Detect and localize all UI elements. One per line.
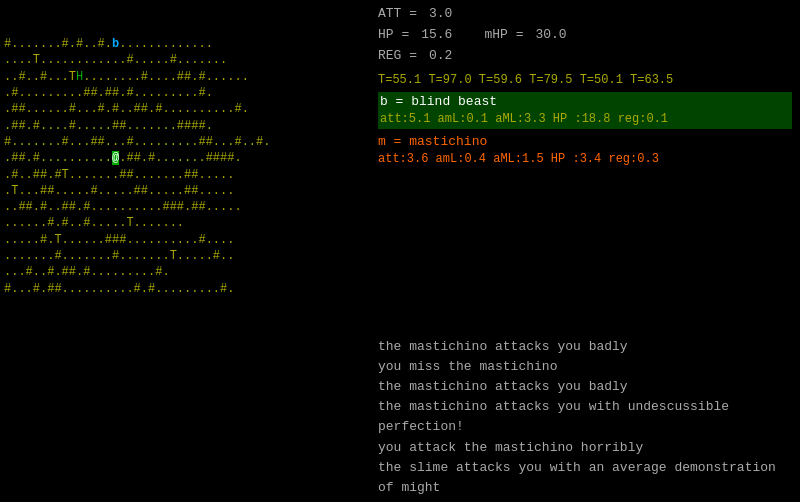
right-panel: ATT = 3.0 HP = 15.6 mHP = 30.0 REG = 0.2… (370, 0, 800, 502)
turn-text: T=55.1 T=97.0 T=59.6 T=79.5 T=50.1 T=63.… (378, 73, 673, 87)
hp-label: HP = (378, 25, 409, 46)
reg-value: 0.2 (429, 46, 452, 67)
map-panel: #.......#.#..#.b............. ....T.....… (0, 0, 370, 502)
turn-row: T=55.1 T=97.0 T=59.6 T=79.5 T=50.1 T=63.… (378, 72, 792, 89)
log-line-3: the mastichino attacks you with undescus… (378, 397, 792, 437)
blind-beast-name: blind beast (411, 94, 497, 109)
reg-line: REG = 0.2 (378, 46, 792, 67)
mastichino-stats: att:3.6 amL:0.4 aML:1.5 HP :3.4 reg:0.3 (378, 151, 792, 168)
blind-beast-stats: att:5.1 amL:0.1 aML:3.3 HP :18.8 reg:0.1 (380, 111, 790, 128)
blind-beast-name-line: b = blind beast (380, 93, 790, 111)
mastichino-prefix: m = (378, 134, 409, 149)
att-label: ATT = (378, 4, 417, 25)
log-line-1: you miss the mastichino (378, 357, 792, 377)
att-value: 3.0 (429, 4, 452, 25)
log-line-2: the mastichino attacks you badly (378, 377, 792, 397)
app: #.......#.#..#.b............. ....T.....… (0, 0, 800, 502)
mastichino-name: mastichino (409, 134, 487, 149)
mhp-value: 30.0 (535, 25, 566, 46)
blind-beast-prefix: b = (380, 94, 411, 109)
stats-section: ATT = 3.0 HP = 15.6 mHP = 30.0 REG = 0.2 (378, 4, 792, 66)
entity-mastichino: m = mastichino att:3.6 amL:0.4 aML:1.5 H… (378, 133, 792, 168)
mastichino-name-line: m = mastichino (378, 133, 792, 151)
log-section: the mastichino attacks you badly you mis… (378, 331, 792, 498)
mhp-label: mHP = (484, 25, 523, 46)
reg-label: REG = (378, 46, 417, 67)
att-line: ATT = 3.0 (378, 4, 792, 25)
log-line-5: the slime attacks you with an average de… (378, 458, 792, 498)
entity-blind-beast: b = blind beast att:5.1 amL:0.1 aML:3.3 … (378, 92, 792, 129)
hp-line: HP = 15.6 mHP = 30.0 (378, 25, 792, 46)
hp-value: 15.6 (421, 25, 452, 46)
log-line-0: the mastichino attacks you badly (378, 337, 792, 357)
map-display: #.......#.#..#.b............. ....T.....… (4, 36, 366, 297)
log-line-4: you attack the mastichino horribly (378, 438, 792, 458)
